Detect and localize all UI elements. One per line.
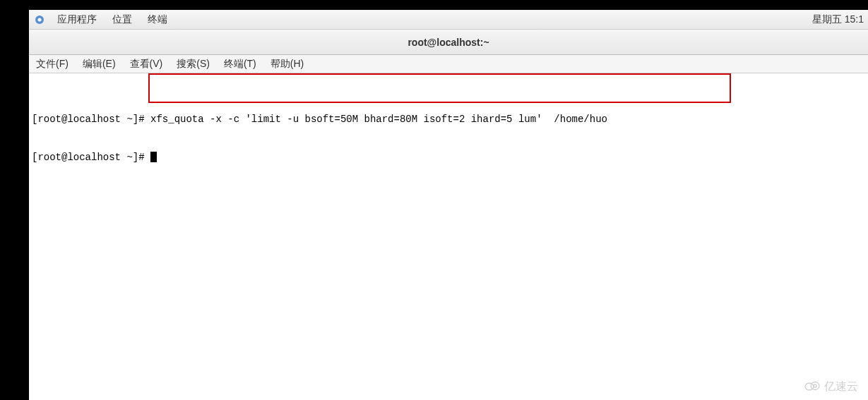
menu-terminal[interactable]: 终端(T) [221,56,259,72]
highlight-annotation [148,73,731,103]
svg-point-1 [38,18,42,21]
watermark: 亿速云 [804,380,858,394]
panel-terminal[interactable]: 终端 [145,11,170,29]
window-titlebar[interactable]: root@localhost:~ [29,30,868,55]
activities-icon[interactable] [35,15,44,25]
menu-search[interactable]: 搜索(S) [174,56,213,72]
menu-view[interactable]: 查看(V) [127,56,166,72]
panel-clock[interactable]: 星期五 15:1 [812,13,868,26]
prompt-2: [root@localhost ~]# [32,152,150,163]
window-title: root@localhost:~ [408,37,489,48]
terminal-cursor [150,152,157,162]
svg-point-3 [811,382,819,390]
terminal-body[interactable]: [root@localhost ~]# xfs_quota -x -c 'lim… [29,73,868,400]
menu-edit[interactable]: 编辑(E) [80,56,119,72]
terminal-window: root@localhost:~ 文件(F) 编辑(E) 查看(V) 搜索(S)… [29,30,868,400]
svg-point-4 [814,384,816,387]
menu-help[interactable]: 帮助(H) [268,56,307,72]
terminal-line-2: [root@localhost ~]# [32,151,865,164]
prompt-1: [root@localhost ~]# [32,114,145,125]
panel-left-group: 应用程序 位置 终端 [29,11,170,29]
menu-file[interactable]: 文件(F) [33,56,71,72]
watermark-text: 亿速云 [824,380,858,394]
menubar: 文件(F) 编辑(E) 查看(V) 搜索(S) 终端(T) 帮助(H) [29,55,868,73]
command-1: xfs_quota -x -c 'limit -u bsoft=50M bhar… [145,114,607,125]
terminal-line-1: [root@localhost ~]# xfs_quota -x -c 'lim… [32,113,865,126]
system-panel: 应用程序 位置 终端 星期五 15:1 [29,10,868,30]
panel-places[interactable]: 位置 [109,11,135,29]
panel-apps[interactable]: 应用程序 [54,11,100,29]
cloud-icon [804,380,820,394]
